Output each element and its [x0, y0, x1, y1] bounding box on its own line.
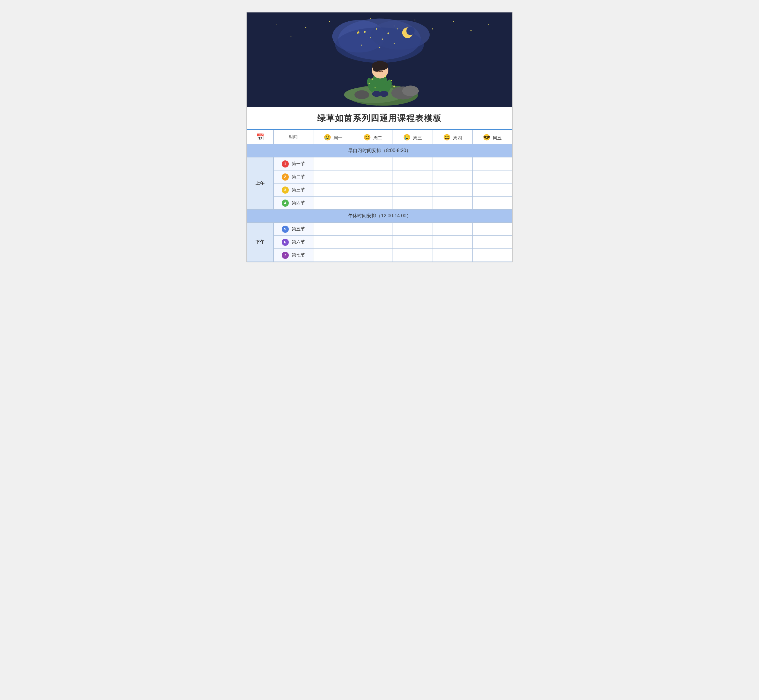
p4-wed[interactable] — [393, 197, 433, 209]
day-fri-cell: 😎 周五 — [472, 130, 512, 144]
p1-tue[interactable] — [353, 158, 393, 170]
svg-point-22 — [370, 37, 371, 38]
svg-point-28 — [394, 43, 395, 44]
p2-mon[interactable] — [313, 170, 353, 184]
svg-point-41 — [380, 91, 388, 97]
period-4-name-cell: 4 第四节 — [273, 197, 313, 209]
fri-label: 周五 — [493, 135, 502, 140]
table-header-row: 📅 时间 😢 周一 😊 周二 😢 周三 😄 周四 😎 周五 — [247, 130, 512, 144]
p5-fri[interactable] — [472, 223, 512, 236]
p3-tue[interactable] — [353, 184, 393, 197]
period-6-label: 第六节 — [292, 239, 305, 244]
p1-thu[interactable] — [433, 158, 472, 170]
p6-wed[interactable] — [393, 236, 433, 249]
p3-mon[interactable] — [313, 184, 353, 197]
p5-tue[interactable] — [353, 223, 393, 236]
p2-tue[interactable] — [353, 170, 393, 184]
p2-fri[interactable] — [472, 170, 512, 184]
svg-point-42 — [384, 75, 386, 77]
svg-point-45 — [369, 83, 370, 84]
fri-emoji: 😎 — [483, 134, 490, 141]
p7-thu[interactable] — [433, 249, 472, 262]
wed-emoji: 😢 — [403, 134, 411, 141]
period-4-label: 第四节 — [292, 200, 305, 205]
illustration-area — [247, 12, 512, 107]
mon-emoji: 😢 — [324, 134, 331, 141]
period-5-label: 第五节 — [292, 226, 305, 231]
p4-fri[interactable] — [472, 197, 512, 209]
day-wed-cell: 😢 周三 — [393, 130, 433, 144]
calendar-icon: 📅 — [256, 133, 264, 141]
p6-thu[interactable] — [433, 236, 472, 249]
schedule-table: 📅 时间 😢 周一 😊 周二 😢 周三 😄 周四 😎 周五 — [247, 130, 512, 262]
svg-point-46 — [394, 86, 395, 88]
p6-fri[interactable] — [472, 236, 512, 249]
p6-mon[interactable] — [313, 236, 353, 249]
p4-mon[interactable] — [313, 197, 353, 209]
lunch-break-cell: 午休时间安排（12:00-14:00） — [247, 209, 512, 223]
p2-wed[interactable] — [393, 170, 433, 184]
period-7-name-cell: 7 第七节 — [273, 249, 313, 262]
badge-4: 4 — [282, 200, 289, 207]
night-scene-svg — [247, 12, 512, 107]
p7-mon[interactable] — [313, 249, 353, 262]
period-7-label: 第七节 — [292, 252, 305, 257]
time-header: 时间 — [273, 130, 313, 144]
wed-label: 周三 — [413, 135, 422, 140]
p2-thu[interactable] — [433, 170, 472, 184]
period-2-row: 2 第二节 — [247, 170, 512, 184]
day-tue-cell: 😊 周二 — [353, 130, 393, 144]
svg-point-18 — [364, 31, 365, 33]
svg-point-27 — [379, 47, 380, 48]
svg-point-23 — [381, 39, 383, 40]
svg-point-8 — [453, 21, 454, 22]
p5-wed[interactable] — [393, 223, 433, 236]
p5-thu[interactable] — [433, 223, 472, 236]
p4-tue[interactable] — [353, 197, 393, 209]
morning-break-cell: 早自习时间安排（8:00-8:20） — [247, 144, 512, 158]
period-3-row: 3 第三节 — [247, 184, 512, 197]
p5-mon[interactable] — [313, 223, 353, 236]
svg-point-20 — [387, 32, 389, 34]
period-5-row: 下午 5 第五节 — [247, 223, 512, 236]
period-6-name-cell: 6 第六节 — [273, 236, 313, 249]
svg-point-47 — [375, 88, 376, 89]
p7-fri[interactable] — [472, 249, 512, 262]
svg-point-11 — [276, 24, 276, 25]
svg-point-10 — [470, 30, 472, 31]
tue-label: 周二 — [373, 135, 382, 140]
pm-label-cell: 下午 — [247, 223, 274, 262]
period-1-name-cell: 1 第一节 — [273, 158, 313, 170]
main-title: 绿草如茵系列四通用课程表模板 — [247, 112, 512, 124]
badge-5: 5 — [282, 226, 289, 233]
thu-label: 周四 — [453, 135, 462, 140]
p7-tue[interactable] — [353, 249, 393, 262]
p1-wed[interactable] — [393, 158, 433, 170]
period-2-label: 第二节 — [292, 174, 305, 179]
badge-6: 6 — [282, 239, 289, 246]
p6-tue[interactable] — [353, 236, 393, 249]
badge-7: 7 — [282, 252, 289, 259]
svg-point-12 — [488, 24, 489, 25]
svg-point-25 — [406, 27, 415, 35]
period-4-row: 4 第四节 — [247, 197, 512, 209]
tue-emoji: 😊 — [364, 134, 371, 141]
p3-thu[interactable] — [433, 184, 472, 197]
badge-2: 2 — [282, 173, 289, 181]
p3-wed[interactable] — [393, 184, 433, 197]
period-6-row: 6 第六节 — [247, 236, 512, 249]
p4-thu[interactable] — [433, 197, 472, 209]
svg-point-7 — [432, 28, 433, 29]
p1-fri[interactable] — [472, 158, 512, 170]
svg-point-21 — [397, 28, 398, 29]
p7-wed[interactable] — [393, 249, 433, 262]
p1-mon[interactable] — [313, 158, 353, 170]
svg-point-4 — [370, 18, 371, 19]
page-container: 绿草如茵系列四通用课程表模板 📅 时间 😢 周一 😊 周二 😢 周三 😄 — [246, 12, 513, 262]
period-1-row: 上午 1 第一节 — [247, 158, 512, 170]
title-area: 绿草如茵系列四通用课程表模板 — [247, 107, 512, 130]
p3-fri[interactable] — [472, 184, 512, 197]
svg-point-26 — [361, 44, 362, 46]
svg-point-2 — [329, 21, 330, 22]
badge-1: 1 — [282, 160, 289, 167]
